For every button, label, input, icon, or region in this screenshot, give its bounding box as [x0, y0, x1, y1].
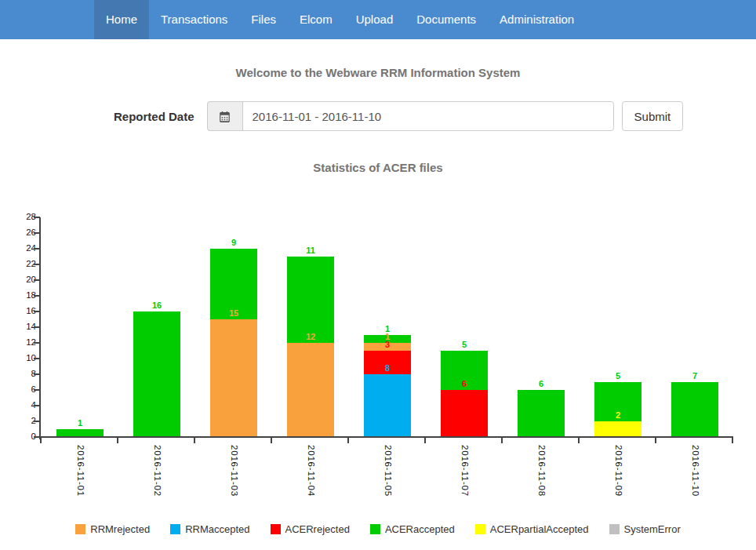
bar-segment-ACERaccepted	[133, 311, 180, 437]
date-range-input[interactable]	[242, 101, 614, 131]
bar-segment-RRMaccepted	[364, 374, 411, 437]
nav-item-administration[interactable]: Administration	[488, 0, 586, 39]
x-axis-label: 2016-11-05	[383, 445, 393, 497]
x-axis-label: 2016-11-07	[460, 445, 470, 497]
bar-value-label: 12	[287, 332, 334, 341]
bar-value-label: 2	[594, 410, 642, 420]
date-filter-row: Reported Date Submit	[114, 100, 756, 132]
x-axis-label: 2016-11-03	[230, 445, 239, 497]
calendar-addon[interactable]	[207, 101, 242, 131]
bar-value-label: 6	[518, 379, 565, 388]
legend-swatch-rrmaccepted	[170, 524, 180, 534]
y-axis-label: 0	[0, 432, 36, 441]
x-axis-label: 2016-11-10	[691, 445, 700, 497]
y-axis-label: 24	[0, 243, 36, 253]
chart-legend: RRMrejected RRMaccepted ACERrejected ACE…	[0, 523, 756, 535]
legend-swatch-acerpartialaccepted	[475, 524, 485, 534]
submit-button[interactable]: Submit	[622, 101, 684, 131]
bar-segment-RRMrejected	[287, 343, 334, 437]
legend-item-rrmaccepted: RRMaccepted	[170, 523, 249, 535]
nav-item-upload[interactable]: Upload	[344, 0, 405, 39]
bar-value-label: 1	[364, 324, 411, 333]
bar-value-label: 8	[364, 363, 411, 373]
x-axis-tick	[194, 438, 195, 443]
bar-value-label: 5	[441, 340, 488, 349]
y-axis-label: 26	[0, 228, 36, 237]
legend-item-rrmrejected: RRMrejected	[75, 523, 150, 535]
bar-segment-ACERaccepted	[671, 382, 718, 437]
x-axis-label: 2016-11-04	[307, 445, 316, 497]
x-axis-tick	[117, 438, 118, 443]
y-axis-label: 4	[0, 400, 36, 410]
nav-item-files[interactable]: Files	[239, 0, 288, 39]
date-input-group	[207, 101, 614, 131]
legend-item-acerpartialaccepted: ACERpartialAccepted	[475, 523, 589, 535]
x-axis-label: 2016-11-01	[76, 445, 85, 497]
y-axis-label: 6	[0, 384, 36, 394]
x-axis-label: 2016-11-08	[537, 445, 547, 497]
reported-date-label: Reported Date	[114, 110, 194, 123]
x-axis-tick	[271, 438, 272, 443]
y-axis-line	[39, 217, 41, 439]
legend-item-acerrejected: ACERrejected	[271, 523, 350, 535]
nav-item-transactions[interactable]: Transactions	[149, 0, 239, 39]
legend-label: ACERaccepted	[385, 523, 455, 535]
legend-label: SystemError	[624, 523, 681, 535]
legend-item-systemerror: SystemError	[609, 523, 681, 535]
navbar: Home Transactions Files Elcom Upload Doc…	[0, 0, 756, 39]
bar-value-label: 16	[133, 300, 180, 310]
calendar-icon	[219, 111, 231, 122]
bar-value-label: 1	[56, 418, 104, 428]
y-axis-label: 14	[0, 322, 36, 331]
legend-swatch-systemerror	[609, 524, 620, 534]
bar-segment-ACERaccepted	[287, 257, 334, 343]
bar-value-label: 5	[594, 371, 642, 381]
legend-swatch-aceraccepted	[370, 524, 380, 534]
legend-item-aceraccepted: ACERaccepted	[370, 523, 455, 535]
x-axis-tick	[424, 438, 426, 443]
legend-swatch-acerrejected	[271, 524, 281, 534]
bar-segment-ACERpartialAccepted	[594, 421, 642, 437]
y-axis-label: 16	[0, 306, 36, 315]
bar-value-label: 15	[210, 308, 257, 318]
legend-label: ACERrejected	[285, 523, 350, 535]
bar-segment-ACERrejected	[441, 390, 488, 437]
y-axis-label: 28	[0, 212, 36, 221]
y-axis-label: 8	[0, 369, 36, 378]
page-title: Welcome to the Webware RRM Information S…	[0, 67, 756, 78]
chart-title: Statistics of ACER files	[0, 162, 756, 173]
bar-segment-ACERaccepted	[518, 390, 565, 437]
bar-value-label: 6	[441, 379, 488, 388]
bar-segment-RRMrejected	[210, 319, 257, 437]
legend-label: RRMrejected	[90, 523, 150, 535]
bar-value-label: 11	[287, 246, 334, 255]
x-axis-tick	[732, 438, 733, 443]
y-axis-label: 20	[0, 275, 36, 284]
x-axis-label: 2016-11-02	[153, 445, 162, 497]
x-axis-tick	[655, 438, 656, 443]
legend-swatch-rrmrejected	[75, 524, 85, 534]
x-axis-tick	[501, 438, 503, 443]
y-axis-label: 12	[0, 337, 36, 347]
nav-item-elcom[interactable]: Elcom	[288, 0, 344, 39]
x-axis-tick	[40, 438, 42, 443]
bar-value-label: 7	[671, 371, 718, 381]
nav-item-home[interactable]: Home	[94, 0, 149, 39]
chart-plot: 024681012141618202224262812016-11-011620…	[0, 173, 756, 508]
nav-item-documents[interactable]: Documents	[405, 0, 488, 39]
x-axis-line	[40, 436, 733, 438]
legend-label: RRMaccepted	[185, 523, 249, 535]
y-axis-label: 2	[0, 416, 36, 425]
bar-value-label: 9	[210, 238, 257, 247]
y-axis-label: 18	[0, 290, 36, 300]
y-axis-label: 22	[0, 259, 36, 268]
y-axis-label: 10	[0, 353, 36, 362]
x-axis-tick	[347, 438, 349, 443]
x-axis-tick	[578, 438, 580, 443]
x-axis-label: 2016-11-09	[614, 445, 623, 497]
legend-label: ACERpartialAccepted	[490, 523, 589, 535]
